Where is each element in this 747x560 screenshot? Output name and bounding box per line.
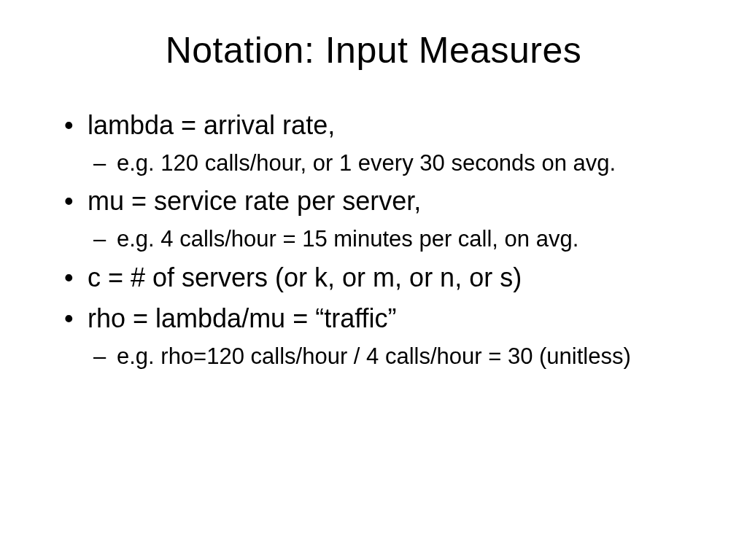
bullet-text: e.g. 4 calls/hour = 15 minutes per call,…: [117, 226, 578, 252]
bullet-text: e.g. rho=120 calls/hour / 4 calls/hour =…: [117, 343, 631, 369]
list-item: mu = service rate per server, e.g. 4 cal…: [58, 184, 703, 254]
list-item: e.g. 4 calls/hour = 15 minutes per call,…: [88, 224, 703, 254]
list-item: e.g. 120 calls/hour, or 1 every 30 secon…: [88, 148, 703, 179]
slide: Notation: Input Measures lambda = arriva…: [0, 0, 747, 560]
list-item: e.g. rho=120 calls/hour / 4 calls/hour =…: [88, 341, 703, 372]
bullet-list: lambda = arrival rate, e.g. 120 calls/ho…: [58, 108, 703, 372]
sub-list: e.g. 120 calls/hour, or 1 every 30 secon…: [88, 148, 703, 179]
list-item: rho = lambda/mu = “traffic” e.g. rho=120…: [58, 301, 703, 371]
sub-list: e.g. 4 calls/hour = 15 minutes per call,…: [88, 224, 703, 254]
slide-content: lambda = arrival rate, e.g. 120 calls/ho…: [44, 108, 703, 372]
bullet-text: e.g. 120 calls/hour, or 1 every 30 secon…: [117, 150, 616, 176]
bullet-text: mu = service rate per server,: [88, 186, 421, 216]
bullet-text: c = # of servers (or k, or m, or n, or s…: [88, 262, 522, 292]
list-item: c = # of servers (or k, or m, or n, or s…: [58, 260, 703, 296]
list-item: lambda = arrival rate, e.g. 120 calls/ho…: [58, 108, 703, 178]
bullet-text: lambda = arrival rate,: [88, 110, 335, 140]
sub-list: e.g. rho=120 calls/hour / 4 calls/hour =…: [88, 341, 703, 372]
bullet-text: rho = lambda/mu = “traffic”: [88, 303, 397, 333]
slide-title: Notation: Input Measures: [44, 29, 703, 71]
